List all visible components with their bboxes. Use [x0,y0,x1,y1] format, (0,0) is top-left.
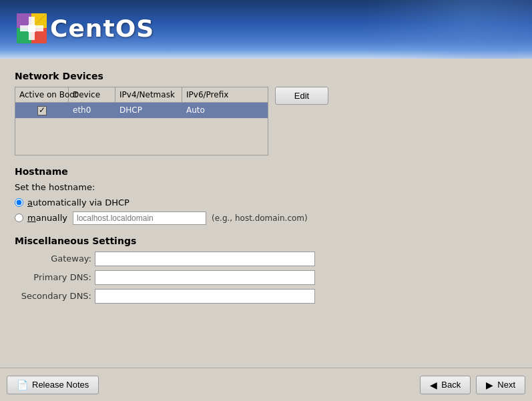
active-checkbox [37,106,47,115]
primary-dns-label: Primary DNS: [15,272,91,282]
table-row[interactable]: eth0 DHCP Auto [15,103,268,118]
secondary-dns-row: Secondary DNS: [15,289,517,304]
cell-ipv4: DHCP [115,103,182,117]
gateway-input[interactable] [95,252,315,266]
th-device: Device [69,87,115,102]
th-active-on-boot: Active on Boot [15,87,69,102]
hostname-input[interactable] [73,212,206,225]
hostname-section: Hostname Set the hostname: automatically… [15,166,517,225]
th-ipv4: IPv4/Netmask [115,87,182,102]
edit-button[interactable]: Edit [275,87,328,105]
auto-dhcp-label: automatically via DHCP [27,197,129,208]
secondary-dns-input[interactable] [95,289,315,304]
network-devices-table: Active on Boot Device IPv4/Netmask IPv6/… [15,87,268,155]
set-hostname-label: Set the hostname: [15,182,517,192]
cell-ipv6: Auto [182,103,268,117]
manual-radio[interactable] [15,214,23,222]
cell-device: eth0 [69,103,115,117]
header: CentOS [0,0,532,59]
next-label: Next [497,380,515,390]
auto-underline: a [27,197,33,208]
primary-dns-input[interactable] [95,270,315,285]
back-icon: ◀ [430,380,437,390]
misc-section: Miscellaneous Settings Gateway: Primary … [15,236,517,304]
main-content: Network Devices Active on Boot Device IP… [0,59,532,368]
centos-logo-icon [13,10,50,47]
auto-text: utomatically via DHCP [33,197,129,208]
hostname-title: Hostname [15,166,517,177]
header-logo: CentOS [0,0,532,57]
next-button[interactable]: ▶ Next [476,376,525,394]
back-label: Back [441,380,461,390]
svg-rect-11 [28,25,35,32]
th-ipv6: IPv6/Prefix [182,87,268,102]
network-devices-title: Network Devices [15,71,517,81]
hostname-hint: (e.g., host.domain.com) [212,214,308,223]
misc-title: Miscellaneous Settings [15,236,517,246]
release-notes-label: Release Notes [32,380,89,390]
manual-text: anually [36,213,67,223]
table-empty-area [15,118,268,155]
footer: 📄 Release Notes ◀ Back ▶ Next [0,368,532,401]
next-icon: ▶ [486,380,493,390]
auto-dhcp-option: automatically via DHCP [15,197,517,208]
manual-underline: m [27,213,36,223]
table-header: Active on Boot Device IPv4/Netmask IPv6/… [15,87,268,103]
primary-dns-row: Primary DNS: [15,270,517,285]
network-devices-area: Active on Boot Device IPv4/Netmask IPv6/… [15,87,517,155]
logo-text: CentOS [50,15,154,42]
manual-label: manually [27,213,67,223]
gateway-label: Gateway: [15,254,91,264]
gateway-row: Gateway: [15,252,517,266]
release-notes-button[interactable]: 📄 Release Notes [7,376,99,394]
back-button[interactable]: ◀ Back [420,376,471,394]
cell-active [15,103,69,118]
auto-dhcp-radio[interactable] [15,198,23,207]
footer-right: ◀ Back ▶ Next [420,376,525,394]
manual-option: manually (e.g., host.domain.com) [15,212,517,225]
secondary-dns-label: Secondary DNS: [15,291,91,301]
release-notes-icon: 📄 [17,380,28,390]
